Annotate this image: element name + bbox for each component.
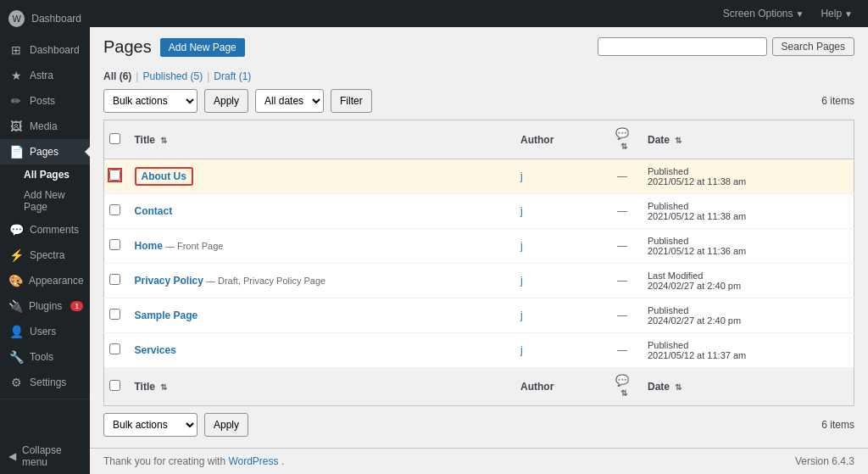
row-checkbox[interactable] — [109, 309, 120, 320]
filter-published[interactable]: Published (5) — [142, 70, 203, 82]
plugins-badge: 1 — [70, 301, 83, 311]
search-input[interactable] — [598, 37, 767, 56]
row-checkbox[interactable] — [109, 239, 120, 250]
search-area: Search Pages — [598, 37, 854, 56]
comments-col-icon: 💬 — [615, 127, 629, 140]
author-link[interactable]: j — [520, 275, 523, 287]
comments-count: — — [617, 275, 627, 287]
pages-icon: 📄 — [8, 145, 24, 159]
sidebar-item-comments[interactable]: 💬 Comments — [0, 217, 90, 243]
row-checkbox[interactable] — [109, 274, 120, 285]
header-author: Author — [512, 120, 605, 159]
posts-icon: ✏ — [8, 94, 24, 108]
row-checkbox-cell — [104, 159, 126, 194]
sidebar-item-pages[interactable]: 📄 Pages — [0, 139, 90, 165]
page-title-link[interactable]: Services — [135, 344, 176, 356]
footer-title-sort[interactable]: ⇅ — [160, 382, 167, 392]
dates-select[interactable]: All dates — [255, 89, 324, 113]
add-new-page-button[interactable]: Add New Page — [160, 38, 245, 57]
comments-count: — — [617, 205, 627, 217]
author-col-label: Author — [520, 134, 554, 146]
filter-button[interactable]: Filter — [331, 89, 372, 113]
add-new-page-label: Add New Page — [24, 189, 65, 213]
row-author-cell: j — [512, 333, 605, 368]
apply-button-bottom[interactable]: Apply — [204, 413, 248, 437]
author-link[interactable]: j — [520, 309, 523, 321]
page-header: Pages Add New Page Search Pages — [103, 37, 854, 67]
page-title-link[interactable]: About Us — [142, 170, 186, 182]
sidebar-subitem-add-new-page[interactable]: Add New Page — [0, 185, 90, 217]
screen-options-button[interactable]: Screen Options ▼ — [718, 4, 810, 23]
filter-links-row: All (6) | Published (5) | Draft (1) — [103, 70, 854, 82]
version-text: Version 6.4.3 — [795, 455, 854, 467]
sidebar-item-label: Spectra — [30, 249, 64, 261]
sidebar-item-dashboard[interactable]: ⊞ Dashboard — [0, 37, 90, 63]
bulk-actions-select-bottom[interactable]: Bulk actions Edit Move to Trash — [103, 413, 198, 437]
table-header-row: Title ⇅ Author 💬 ⇅ Date ⇅ — [104, 120, 854, 159]
sidebar-item-tools[interactable]: 🔧 Tools — [0, 344, 90, 370]
row-checkbox-cell — [104, 264, 126, 298]
page-title-link[interactable]: Home — [135, 240, 163, 252]
spectra-icon: ⚡ — [8, 248, 24, 262]
author-link[interactable]: j — [520, 170, 523, 182]
row-date-cell: Published2024/02/27 at 2:40 pm — [639, 298, 854, 333]
comments-sort-icon[interactable]: ⇅ — [620, 142, 627, 151]
bulk-actions-select[interactable]: Bulk actions Edit Move to Trash — [103, 89, 198, 113]
sidebar-item-appearance[interactable]: 🎨 Appearance — [0, 268, 90, 293]
row-checkbox[interactable] — [109, 204, 120, 215]
sidebar-item-media[interactable]: 🖼 Media — [0, 114, 90, 139]
row-date-cell: Last Modified2024/02/27 at 2:40 pm — [639, 264, 854, 298]
page-title-link[interactable]: Privacy Policy — [135, 275, 203, 287]
footer-comments-sort[interactable]: ⇅ — [620, 388, 627, 398]
footer-date-sort[interactable]: ⇅ — [675, 382, 682, 392]
main-area: Screen Options ▼ Help ▼ Pages Add New Pa… — [90, 0, 868, 474]
sidebar-item-settings[interactable]: ⚙ Settings — [0, 370, 90, 395]
sidebar: W Dashboard ⊞ Dashboard ★ Astra ✏ Posts … — [0, 0, 90, 474]
sidebar-logo[interactable]: W Dashboard — [0, 0, 90, 37]
row-title-cell: Services — [126, 333, 513, 368]
apply-button[interactable]: Apply — [204, 89, 248, 113]
sidebar-item-astra[interactable]: ★ Astra — [0, 63, 90, 88]
screen-options-arrow: ▼ — [796, 9, 804, 19]
date-col-label: Date — [648, 134, 670, 146]
table-row: Contactj—Published2021/05/12 at 11:38 am — [104, 194, 854, 229]
select-all-footer-checkbox[interactable] — [109, 380, 120, 391]
help-button[interactable]: Help ▼ — [815, 4, 858, 23]
footer-comments-icon: 💬 — [615, 374, 629, 387]
filter-draft[interactable]: Draft (1) — [214, 70, 251, 82]
sidebar-item-plugins[interactable]: 🔌 Plugins 1 — [0, 293, 90, 319]
sidebar-item-users[interactable]: 👤 Users — [0, 319, 90, 344]
filter-all[interactable]: All (6) — [103, 70, 131, 82]
row-comments-cell: — — [605, 264, 639, 298]
author-link[interactable]: j — [520, 205, 523, 217]
row-author-cell: j — [512, 264, 605, 298]
footer-date-label: Date — [648, 381, 670, 393]
select-all-checkbox[interactable] — [109, 133, 120, 144]
title-sort-icon[interactable]: ⇅ — [160, 136, 167, 145]
header-date: Date ⇅ — [639, 120, 854, 159]
sidebar-item-spectra[interactable]: ⚡ Spectra — [0, 243, 90, 268]
date-sort-icon[interactable]: ⇅ — [675, 136, 682, 145]
help-arrow: ▼ — [844, 9, 853, 19]
row-title-cell: Privacy Policy — Draft, Privacy Policy P… — [126, 264, 513, 298]
row-checkbox[interactable] — [109, 343, 120, 354]
page-title-link[interactable]: Contact — [135, 205, 173, 217]
row-status: Published — [648, 305, 845, 315]
row-checkbox[interactable] — [109, 170, 120, 181]
table-footer-row: Title ⇅ Author 💬 ⇅ Date ⇅ — [104, 367, 854, 406]
author-link[interactable]: j — [520, 344, 523, 356]
title-col-label: Title — [135, 134, 155, 146]
sidebar-subitem-all-pages[interactable]: All Pages — [0, 165, 90, 185]
table-row: Privacy Policy — Draft, Privacy Policy P… — [104, 264, 854, 298]
comments-count: — — [617, 344, 627, 356]
wordpress-link[interactable]: WordPress — [228, 455, 278, 467]
row-status: Published — [648, 166, 845, 176]
author-link[interactable]: j — [520, 240, 523, 252]
search-pages-button[interactable]: Search Pages — [772, 37, 854, 56]
collapse-menu-button[interactable]: ◀ Collapse menu — [0, 438, 90, 474]
page-subtitle: — Front Page — [163, 241, 224, 251]
page-title-link[interactable]: Sample Page — [135, 309, 198, 321]
page-title: Pages — [103, 37, 152, 57]
sidebar-item-posts[interactable]: ✏ Posts — [0, 88, 90, 114]
table-row: Sample Pagej—Published2024/02/27 at 2:40… — [104, 298, 854, 333]
